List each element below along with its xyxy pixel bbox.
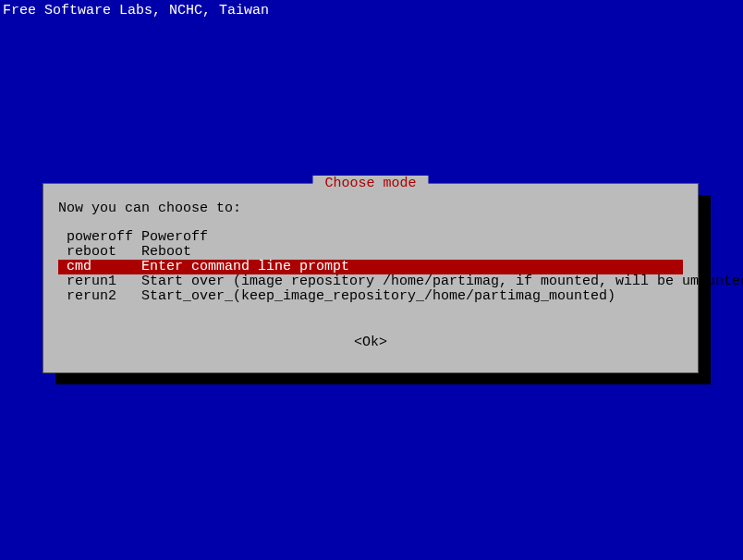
menu-item-rerun1[interactable]: rerun1 Start over (image repository /hom… [58, 274, 683, 289]
dialog-title: Choose mode [312, 176, 428, 191]
menu-item-cmd[interactable]: cmd Enter command line prompt [58, 260, 683, 274]
mode-dialog: Choose mode Now you can choose to: power… [43, 183, 699, 373]
menu-item-rerun2[interactable]: rerun2 Start_over_(keep_image_repository… [58, 289, 683, 304]
menu-item-poweroff[interactable]: poweroff Poweroff [58, 230, 683, 245]
menu-item-reboot[interactable]: reboot Reboot [58, 245, 683, 260]
header-text: Free Software Labs, NCHC, Taiwan [3, 3, 269, 18]
ok-button[interactable]: <Ok> [354, 335, 387, 350]
menu-list: poweroff Poweroff reboot Reboot cmd Ente… [58, 230, 683, 304]
dialog-prompt: Now you can choose to: [58, 201, 241, 216]
